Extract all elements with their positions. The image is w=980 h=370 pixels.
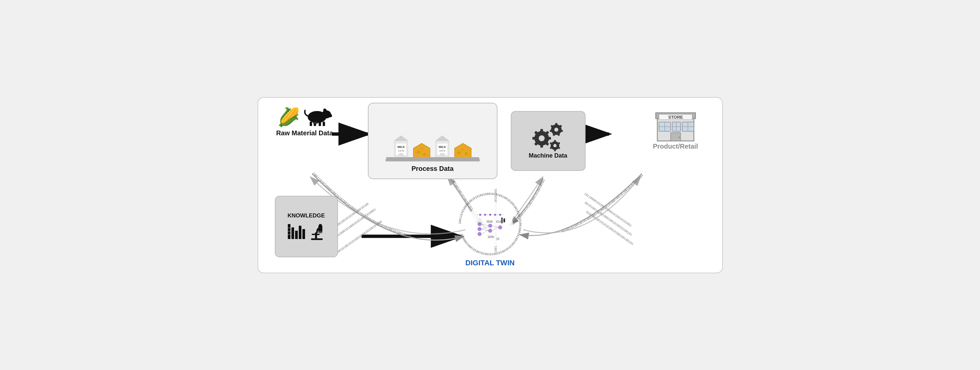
svg-text:101100001010010100010100101010: 10110000101001010001010010101001 — [584, 192, 632, 227]
svg-text:834: 834 — [496, 220, 501, 223]
svg-point-115 — [498, 225, 502, 230]
svg-text:STORE: STORE — [668, 115, 683, 120]
raw-material-label: Raw Material Data — [276, 129, 333, 137]
svg-marker-37 — [436, 136, 449, 140]
knowledge-box: KNOWLEDGE — [275, 196, 338, 257]
knowledge-label: KNOWLEDGE — [288, 212, 325, 219]
svg-rect-92 — [302, 229, 305, 239]
raw-material-section: 🌽 Raw Material D — [275, 104, 335, 137]
svg-rect-127 — [501, 217, 503, 223]
svg-text:001010010100100010010100101001: 00101001010010001001010010100101 — [584, 201, 633, 236]
svg-point-87 — [679, 137, 680, 138]
svg-point-31 — [398, 153, 404, 156]
machine-data-label: Machine Data — [529, 152, 567, 159]
svg-point-107 — [489, 214, 491, 216]
svg-point-35 — [420, 148, 423, 150]
cheese-2 — [453, 142, 473, 159]
svg-text:3.8 %: 3.8 % — [439, 150, 445, 152]
svg-point-106 — [484, 214, 486, 216]
corn-icon: 🌽 — [277, 108, 300, 126]
svg-point-57 — [554, 128, 558, 132]
svg-marker-27 — [395, 136, 408, 140]
svg-rect-91 — [299, 226, 301, 239]
svg-text:3898: 3898 — [487, 236, 494, 239]
store-icon: STORE — [654, 103, 697, 143]
svg-marker-32 — [414, 143, 430, 158]
process-products: MILK 3.8 % MILK 3.8 % — [393, 134, 473, 159]
process-data-label: Process Data — [411, 165, 453, 172]
svg-rect-89 — [291, 227, 294, 239]
svg-rect-67 — [554, 140, 556, 142]
svg-point-43 — [457, 151, 461, 155]
process-data-box: MILK 3.8 % MILK 3.8 % — [368, 103, 498, 179]
digital-twin-center: 1001101010000100101010010001010100100101… — [444, 191, 537, 264]
svg-point-47 — [539, 135, 545, 141]
svg-rect-128 — [503, 218, 505, 222]
svg-point-108 — [494, 214, 496, 216]
svg-text:3898: 3898 — [486, 220, 493, 223]
svg-text:100100101010010100100101010010: 1001001010100101001001010100101001001010… — [561, 173, 644, 233]
svg-point-111 — [477, 227, 482, 231]
svg-point-45 — [461, 148, 464, 151]
svg-point-33 — [417, 151, 420, 154]
svg-rect-93 — [288, 227, 290, 228]
milk-carton-2: MILK 3.8 % — [434, 134, 451, 159]
svg-point-25 — [313, 122, 318, 124]
svg-rect-48 — [540, 129, 543, 132]
svg-text:010100100101010100101001001001: 01010010010101010010100100100101 — [585, 210, 634, 246]
svg-point-34 — [423, 153, 426, 156]
svg-text:MILK: MILK — [439, 145, 446, 148]
svg-text:3.8 %: 3.8 % — [398, 150, 404, 152]
svg-rect-50 — [548, 137, 551, 140]
microscope-icon — [308, 222, 326, 241]
svg-point-44 — [465, 152, 468, 155]
svg-point-66 — [553, 144, 557, 147]
product-retail-section: STORE Product/Retail — [646, 103, 705, 150]
main-diagram: 1001101010000100101010010100010100100010… — [258, 97, 723, 273]
svg-text:MILK: MILK — [398, 145, 405, 148]
svg-rect-24 — [323, 122, 325, 126]
shelf — [385, 157, 480, 161]
svg-point-105 — [479, 214, 481, 216]
svg-rect-95 — [288, 234, 290, 235]
knowledge-icons — [287, 222, 326, 241]
binary-ring-svg: 1001101010000100101010010001010100100101… — [457, 191, 523, 257]
svg-rect-94 — [288, 231, 290, 232]
svg-rect-52 — [540, 144, 543, 148]
cheese-1 — [412, 142, 432, 159]
svg-text:010010100101010010100101001010: 01001010010101001010010100101000 — [334, 220, 383, 255]
machine-data-box: Machine Data — [511, 111, 585, 171]
svg-point-41 — [440, 153, 445, 156]
svg-rect-97 — [315, 232, 317, 239]
gears-icon — [529, 122, 567, 152]
svg-rect-98 — [318, 225, 322, 232]
milk-carton-1: MILK 3.8 % — [393, 134, 410, 159]
svg-text:29: 29 — [496, 238, 500, 241]
svg-rect-90 — [295, 231, 298, 239]
svg-rect-23 — [319, 122, 321, 126]
digital-twin-label: DIGITAL TWIN — [465, 258, 514, 267]
svg-point-109 — [499, 214, 501, 216]
svg-rect-21 — [310, 122, 312, 126]
svg-rect-100 — [312, 234, 320, 235]
svg-rect-58 — [555, 123, 557, 126]
svg-point-112 — [477, 232, 482, 236]
raw-material-icons: 🌽 — [277, 104, 332, 126]
product-retail-label: Product/Retail — [653, 143, 698, 150]
bar-chart-icon — [287, 222, 305, 241]
svg-point-114 — [488, 229, 492, 233]
svg-rect-99 — [319, 224, 322, 226]
svg-point-101 — [318, 231, 322, 233]
svg-point-113 — [488, 224, 492, 228]
svg-rect-70 — [554, 149, 556, 151]
svg-point-110 — [477, 222, 482, 226]
svg-rect-54 — [532, 137, 536, 140]
cow-icon — [301, 104, 332, 126]
